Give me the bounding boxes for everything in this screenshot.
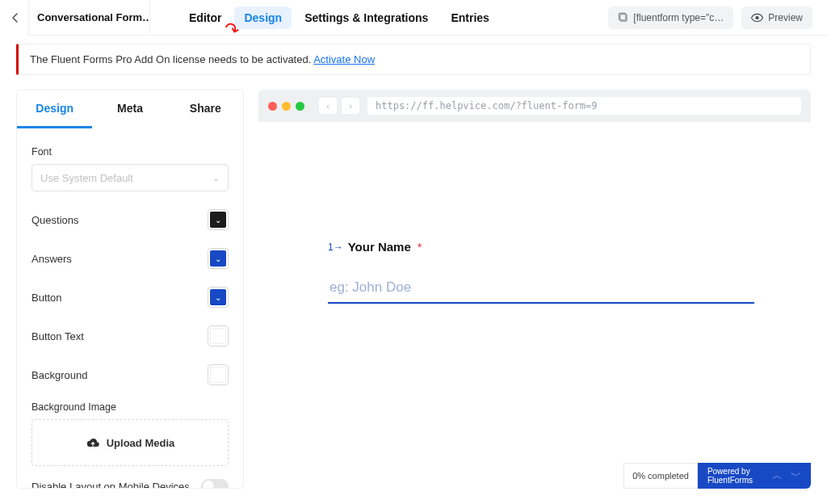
browser-chrome: ‹ › https://ff.helpvice.com/?fluent-form… <box>258 90 811 122</box>
upload-media-button[interactable]: Upload Media <box>31 419 229 466</box>
header-right: [fluentform type="c… Preview <box>608 6 827 29</box>
license-alert: The Fluent Forms Pro Add On license need… <box>16 44 811 75</box>
chevron-down-icon: ⌄ <box>215 216 221 225</box>
nav-forward-button[interactable]: › <box>342 98 359 114</box>
answer-wrap <box>328 275 754 304</box>
alert-message: The Fluent Forms Pro Add On license need… <box>30 53 313 65</box>
background-color-swatch[interactable] <box>208 364 229 385</box>
upload-media-label: Upload Media <box>107 437 175 449</box>
powered-by-badge[interactable]: Powered by FluentForms <box>698 463 762 489</box>
back-button[interactable] <box>0 0 29 36</box>
nav-buttons: ‹ › <box>319 98 359 114</box>
font-select-value: Use System Default <box>40 172 133 184</box>
chevron-down-icon: ⌄ <box>215 293 221 302</box>
row-answers: Answers ⌄ <box>31 248 229 269</box>
main-area: Design Meta Share Font Use System Defaul… <box>0 75 827 503</box>
chevron-left-icon <box>10 13 19 23</box>
activate-link[interactable]: Activate Now <box>313 53 375 65</box>
preview-footer: 0% completed Powered by FluentForms ︿ ﹀ <box>623 463 811 489</box>
background-color-label: Background <box>31 369 87 381</box>
nav-back-button[interactable]: ‹ <box>319 98 337 114</box>
row-button: Button ⌄ <box>31 287 229 308</box>
row-questions: Questions ⌄ <box>31 209 229 230</box>
row-button-text: Button Text <box>31 326 229 346</box>
tab-settings[interactable]: Settings & Integrations <box>295 6 438 29</box>
question-block: 1→ Your Name * <box>328 240 754 304</box>
button-text-color-swatch[interactable] <box>208 326 229 346</box>
toggle-row-mobile: Disable Layout on Mobile Devices <box>31 479 229 488</box>
progress-indicator: 0% completed <box>623 463 698 489</box>
preview-button[interactable]: Preview <box>741 6 812 29</box>
window-zoom-icon <box>296 102 304 111</box>
svg-point-2 <box>756 15 759 19</box>
sidebar-tab-share[interactable]: Share <box>168 90 243 128</box>
window-controls <box>268 102 304 111</box>
window-minimize-icon <box>282 102 291 111</box>
questions-label: Questions <box>31 214 79 226</box>
answers-color-swatch[interactable]: ⌄ <box>208 248 229 269</box>
cloud-upload-icon <box>86 438 100 448</box>
questions-color-swatch[interactable]: ⌄ <box>208 209 229 230</box>
form-preview: 1→ Your Name * 0% completed Powered by F… <box>258 122 811 489</box>
form-prev-button[interactable]: ︿ <box>769 465 786 486</box>
form-nav: ︿ ﹀ <box>762 463 811 489</box>
powered-line2: FluentForms <box>707 476 753 485</box>
bg-image-label: Background Image <box>31 401 229 413</box>
shortcode-text: [fluentform type="c… <box>633 12 724 23</box>
required-mark: * <box>418 240 422 254</box>
eye-icon <box>751 13 763 23</box>
button-text-color-label: Button Text <box>31 330 84 342</box>
design-panel: Font Use System Default ⌄ Questions ⌄ An… <box>17 128 243 488</box>
sidebar-tab-meta[interactable]: Meta <box>92 90 167 128</box>
chevron-down-icon: ⌄ <box>215 254 221 263</box>
tab-entries[interactable]: Entries <box>441 6 498 29</box>
tab-editor[interactable]: Editor <box>179 6 231 29</box>
top-bar: Conversational Form… Editor Design Setti… <box>0 0 827 36</box>
row-background: Background <box>31 364 229 385</box>
sidebar-tab-design[interactable]: Design <box>17 90 92 128</box>
tab-design[interactable]: Design <box>234 6 292 29</box>
sidebar-tabs: Design Meta Share <box>17 90 243 128</box>
font-select[interactable]: Use System Default ⌄ <box>31 164 229 191</box>
design-sidebar: Design Meta Share Font Use System Defaul… <box>16 90 244 489</box>
powered-line1: Powered by <box>707 467 753 476</box>
question-number: 1→ <box>328 242 343 253</box>
answers-label: Answers <box>31 253 72 265</box>
preview-column: ‹ › https://ff.helpvice.com/?fluent-form… <box>258 90 811 489</box>
chevron-down-icon: ⌄ <box>212 173 220 183</box>
window-close-icon <box>268 102 277 111</box>
preview-button-label: Preview <box>768 12 803 23</box>
form-next-button[interactable]: ﹀ <box>787 465 804 486</box>
button-color-label: Button <box>31 292 62 304</box>
nav-tabs: Editor Design Settings & Integrations En… <box>150 6 499 29</box>
shortcode-chip[interactable]: [fluentform type="c… <box>608 6 733 29</box>
question-label-row: 1→ Your Name * <box>328 240 754 254</box>
font-label: Font <box>31 146 229 158</box>
toggle-mobile-label: Disable Layout on Mobile Devices <box>31 481 190 489</box>
mobile-layout-toggle[interactable] <box>201 479 229 488</box>
question-title: Your Name <box>348 240 411 254</box>
form-title: Conversational Form… <box>29 0 150 36</box>
button-color-swatch[interactable]: ⌄ <box>208 287 229 308</box>
answer-input[interactable] <box>328 275 754 304</box>
copy-icon <box>618 12 628 23</box>
address-bar[interactable]: https://ff.helpvice.com/?fluent-form=9 <box>367 97 801 115</box>
